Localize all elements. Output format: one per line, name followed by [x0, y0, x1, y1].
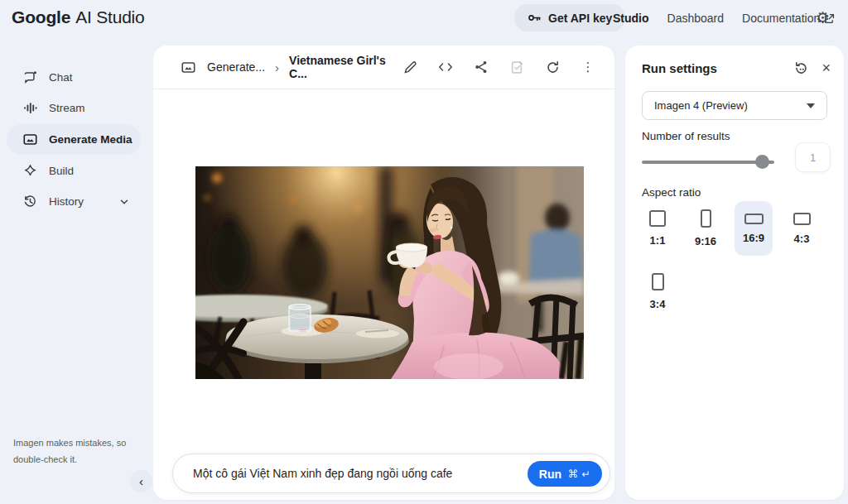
nav-studio[interactable]: Studio: [613, 12, 649, 25]
get-code-icon[interactable]: [432, 54, 459, 80]
edit-title-icon[interactable]: [397, 54, 423, 80]
history-icon: [23, 194, 37, 209]
breadcrumb-current-title[interactable]: Vietnamese Girl's C...: [289, 54, 390, 80]
model-select-value: Imagen 4 (Preview): [654, 99, 748, 112]
sidebar-item-label: History: [49, 195, 84, 208]
logo-product: AI Studio: [75, 7, 144, 27]
chevron-down-icon[interactable]: [119, 197, 129, 207]
caret-down-icon: [807, 103, 815, 108]
prompt-header: Generate... › Vietnamese Girl's C...: [153, 46, 614, 89]
aspect-tile-16-9[interactable]: 16:9: [735, 201, 773, 256]
app-logo[interactable]: Google AI Studio: [12, 7, 145, 27]
ai-studio-app: Google AI Studio Get API key Studio Dash…: [0, 0, 848, 504]
aspect-16-9-icon: [744, 214, 764, 224]
results-value: 1: [810, 151, 816, 164]
aspect-tile-9-16[interactable]: 9:16: [687, 201, 725, 256]
generated-image[interactable]: [195, 166, 584, 379]
sidebar-item-label: Stream: [49, 102, 85, 114]
save-icon: [504, 54, 530, 80]
chevron-left-icon: ‹: [139, 474, 143, 488]
sidebar-item-label: Build: [49, 165, 74, 177]
prompt-input[interactable]: Một cô gái Việt Nam xinh đẹp đang ngồi u…: [172, 454, 610, 493]
aspect-9-16-icon: [701, 209, 711, 228]
sidebar-item-history[interactable]: History: [7, 186, 141, 217]
aspect-tile-4-3[interactable]: 4:3: [783, 201, 821, 256]
slider-track[interactable]: [642, 161, 774, 164]
more-options-icon[interactable]: ⋮: [575, 54, 601, 80]
get-api-key-label: Get API key: [548, 12, 612, 25]
sidebar-item-label: Chat: [49, 71, 73, 84]
build-spark-icon: [23, 164, 37, 178]
prompt-text[interactable]: Một cô gái Việt Nam xinh đẹp đang ngồi u…: [173, 467, 452, 480]
run-settings-panel: Run settings × Imagen 4 (Preview) Number…: [625, 46, 844, 500]
sidebar: Chat Stream Generate Media Build History: [0, 46, 153, 504]
sidebar-item-generate-media[interactable]: Generate Media: [7, 124, 141, 155]
aspect-3-4-icon: [652, 273, 664, 290]
nav-documentation-label: Documentation: [742, 12, 820, 25]
get-api-key-button[interactable]: Get API key: [514, 4, 625, 31]
nav-dashboard[interactable]: Dashboard: [667, 12, 725, 25]
chat-icon: [23, 70, 37, 84]
breadcrumb-separator: ›: [272, 60, 282, 74]
slider-thumb[interactable]: [755, 155, 769, 169]
sidebar-item-stream[interactable]: Stream: [7, 93, 141, 123]
stream-icon: [23, 101, 37, 115]
model-select[interactable]: Imagen 4 (Preview): [642, 91, 827, 120]
run-button-label: Run: [539, 468, 561, 481]
sidebar-item-build[interactable]: Build: [7, 156, 141, 186]
reset-settings-icon[interactable]: [794, 61, 808, 75]
breadcrumb-parent[interactable]: Generate...: [207, 60, 265, 74]
aspect-4-3-icon: [793, 213, 811, 225]
generate-media-icon: [23, 132, 37, 146]
key-icon: [528, 11, 542, 25]
sidebar-collapse-button[interactable]: ‹: [130, 470, 152, 492]
run-settings-title: Run settings: [642, 61, 717, 75]
media-type-icon: [181, 60, 195, 74]
results-slider[interactable]: [642, 155, 774, 169]
main-panel: Generate... › Vietnamese Girl's C...: [153, 46, 614, 500]
aspect-1-1-icon: [649, 210, 666, 227]
results-value-box[interactable]: 1: [795, 142, 831, 172]
results-label: Number of results: [642, 130, 730, 142]
aspect-tile-3-4[interactable]: 3:4: [638, 264, 677, 319]
refresh-icon[interactable]: [539, 54, 566, 80]
model-disclaimer: Imagen makes mistakes, so double-check i…: [13, 434, 137, 468]
sidebar-item-chat[interactable]: Chat: [7, 62, 141, 93]
logo-brand: Google: [12, 7, 70, 27]
share-icon[interactable]: [468, 54, 494, 80]
aspect-ratio-label: Aspect ratio: [642, 186, 701, 199]
aspect-tile-1-1[interactable]: 1:1: [638, 201, 677, 256]
sidebar-item-label: Generate Media: [49, 133, 132, 146]
top-navigation: Studio Dashboard Documentation: [613, 0, 835, 36]
close-panel-icon[interactable]: ×: [822, 60, 831, 75]
settings-gear-icon[interactable]: ⚙: [816, 8, 830, 27]
run-shortcut: ⌘ ↵: [568, 468, 590, 480]
run-button[interactable]: Run ⌘ ↵: [528, 461, 602, 487]
